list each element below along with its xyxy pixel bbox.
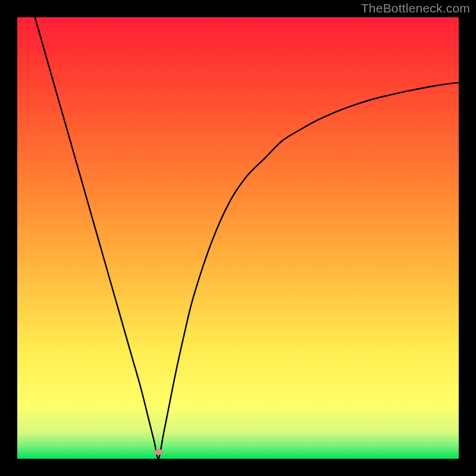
chart-background [17,17,459,459]
bottleneck-chart [17,17,459,459]
optimum-marker [154,449,162,455]
watermark-text: TheBottleneck.com [361,1,470,15]
